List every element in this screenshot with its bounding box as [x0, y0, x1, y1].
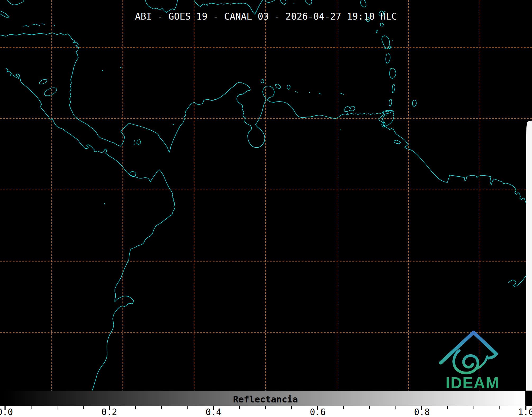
ideam-logo: IDEAM [431, 327, 516, 393]
colorbar-minor-tick [447, 406, 448, 409]
logo-wordmark: IDEAM [445, 374, 499, 392]
colorbar-major-tick [525, 406, 526, 410]
colorbar-minor-tick [291, 406, 292, 409]
scan-edge-band [526, 121, 532, 391]
colorbar-minor-tick [135, 406, 136, 409]
colorbar-minor-tick [395, 406, 396, 409]
logo-mountain-leg-icon [488, 354, 496, 358]
satellite-image-viewer: ABI - GOES 19 - CANAL 03 - 2026-04-27 19… [0, 0, 532, 417]
colorbar-major-tick [421, 406, 422, 410]
colorbar-axis: 0.0 0.2 0.4 0.6 0.8 1.0 [0, 406, 532, 417]
colorbar-minor-tick [239, 406, 240, 409]
logo-spiral-icon [454, 351, 478, 373]
image-title: ABI - GOES 19 - CANAL 03 - 2026-04-27 19… [0, 11, 532, 22]
tick-label-0: 0.0 [0, 408, 13, 416]
colorbar-major-tick [4, 406, 6, 410]
colorbar-minor-tick [369, 406, 370, 409]
colorbar-major-tick [109, 406, 110, 410]
colorbar-minor-tick [499, 406, 500, 409]
colorbar-minor-tick [161, 406, 162, 409]
colorbar-minor-tick [474, 406, 474, 409]
colorbar-major-tick [213, 406, 214, 410]
colorbar-minor-tick [343, 406, 344, 409]
colorbar-minor-tick [187, 406, 188, 409]
colorbar-minor-tick [83, 406, 84, 409]
colorbar-label: Reflectancia [6, 394, 525, 405]
reflectance-colorbar: Reflectancia [5, 391, 526, 406]
colorbar-major-tick [317, 406, 318, 410]
colorbar-minor-tick [31, 406, 31, 409]
colorbar-minor-tick [57, 406, 58, 409]
tick-label-1-0: 1.0 [518, 408, 532, 416]
colorbar-minor-tick [265, 406, 266, 409]
